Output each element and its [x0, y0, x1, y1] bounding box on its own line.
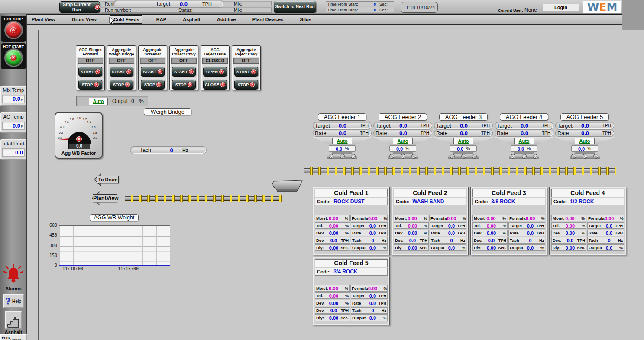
cold-feed-code-row: Code: WASH SAND	[394, 198, 466, 205]
gauge-label: Agg WB Factor	[55, 151, 102, 156]
equipment-stop-button[interactable]: STOP ✕	[141, 80, 165, 90]
tab[interactable]: Drum View	[69, 16, 100, 23]
tab[interactable]: Plant Devices	[249, 16, 287, 23]
to-drum-link[interactable]: To Drum	[94, 173, 118, 188]
hot-stop-pushbutton[interactable]: ✕	[6, 22, 22, 38]
asphalt-plant-button[interactable]	[5, 311, 22, 329]
denied-icon: ✕	[220, 82, 225, 87]
feeder-output-value: 0.0	[396, 146, 403, 151]
feeder-belt-rollers	[509, 154, 539, 159]
print-periodic-report-button[interactable]: Print Periodic Report	[0, 334, 27, 340]
denied-icon: ✕	[188, 82, 192, 87]
equipment-stop-button[interactable]: CLOSE ✕	[203, 80, 227, 90]
mix-temp-label: Mix Temp	[1, 87, 26, 93]
hot-start-button[interactable]: HOT START ✕	[1, 43, 26, 69]
equipment-start-button[interactable]: START ✕	[234, 67, 258, 77]
feeder-auto-button[interactable]: Auto	[393, 138, 413, 144]
moisture-field: Moist.0.00%	[315, 215, 350, 221]
feeder-auto-button[interactable]: Auto	[332, 138, 352, 144]
tab[interactable]: Asphalt	[180, 16, 203, 23]
denied-icon: ✕	[10, 27, 16, 33]
delay-field: Dly:0.00Sec.	[315, 314, 350, 321]
equipment-stop-button[interactable]: STOP ✕	[234, 80, 258, 90]
switch-to-next-run-button[interactable]: Switch to Next Run	[274, 1, 316, 13]
hot-start-pushbutton[interactable]: ✕	[6, 50, 22, 66]
feeder-output-value: 0.0	[578, 146, 585, 151]
hot-stop-button[interactable]: HOT STOP ✕	[1, 16, 26, 42]
gauge-value: 0.0	[68, 143, 90, 149]
tab[interactable]: Cold Feeds	[110, 15, 142, 24]
denied-icon: ✕	[94, 82, 99, 87]
feeder-target-row: Target 0.0 TPH	[373, 122, 432, 129]
code-value: ROCK DUST	[333, 199, 364, 205]
equipment-start-button[interactable]: START ✕	[78, 67, 102, 77]
rate-field: Rate0.0TPH	[351, 230, 388, 236]
help-label: Help	[12, 298, 22, 304]
time-row: Time From Start: 0 Sec:	[326, 1, 394, 6]
agg-feeder-panel: AGG Feeder 5 Target 0.0 TPH Rate 0.0 TPH…	[555, 113, 614, 162]
help-button[interactable]: ? Help	[3, 294, 24, 308]
total-prod-panel: Total Prod. 0.0	[0, 139, 26, 160]
time-value: 0	[363, 7, 376, 12]
tolerance-field: Tol.0.00%	[551, 222, 586, 229]
formula-field: Formula0.00%	[508, 215, 545, 221]
equipment-stop-button[interactable]: STOP ✕	[110, 80, 133, 90]
equipment-start-label: START	[174, 69, 188, 74]
wb-row-value: 0.0	[170, 1, 197, 7]
rate-field: Rate0.0TPH	[508, 230, 545, 236]
feeder-auto-button[interactable]: Auto	[514, 138, 534, 144]
equipment-stop-label: STOP	[113, 82, 124, 87]
feeder-rate-label: Rate	[556, 130, 576, 136]
equipment-stop-button[interactable]: STOP ✕	[78, 80, 102, 90]
feeder-title: AGG Feeder 1	[318, 113, 366, 121]
feeder-output-box: 0.0 %	[450, 145, 477, 152]
feeder-output-unit: %	[345, 146, 349, 151]
plant-view-label[interactable]: PlantView	[93, 194, 117, 202]
tab[interactable]: Plant View	[29, 16, 58, 23]
sidebar: HOT STOP ✕ HOT START ✕ Mix Temp 0.0F AC …	[0, 14, 27, 340]
deviation-tph-field: Dev.0.0TPH	[315, 237, 350, 244]
login-button[interactable]: Login	[543, 4, 579, 11]
equipment-title: Aggregate Screener	[139, 47, 166, 57]
mix-temp-value: 0.0	[13, 96, 20, 102]
equipment-start-button[interactable]: START ✕	[172, 67, 196, 77]
equipment-stop-button[interactable]: STOP ✕	[172, 80, 196, 90]
chart-title: AGG WB Weight	[90, 214, 139, 221]
equipment-stop-label: STOP	[144, 82, 155, 87]
denied-icon: ✕	[125, 82, 130, 87]
tab[interactable]: Additive	[214, 16, 239, 23]
output-field: Output0.0%	[351, 244, 388, 251]
equipment-title: Aggregate Weigh Bridge	[108, 47, 135, 57]
output-field: Output0.0%	[587, 244, 624, 251]
mix-label: Mix:	[234, 7, 271, 13]
feeder-rate-unit: TPH	[534, 131, 553, 135]
tab[interactable]: Silos	[297, 16, 314, 23]
equipment-start-button[interactable]: START ✕	[141, 67, 165, 77]
agg-feeder-panel: AGG Feeder 3 Target 0.0 TPH Rate 0.0 TPH…	[434, 113, 493, 162]
stop-current-run-button[interactable]: Stop Current Run ✕	[59, 1, 100, 13]
delay-field: Dly:0.00Sec.	[472, 244, 508, 251]
plant-view-link[interactable]: PlantView	[92, 190, 117, 208]
ac-temp-unit: F	[21, 125, 23, 128]
target-field: Target0.0TPH	[351, 222, 388, 229]
feeder-rate-label: Rate	[495, 130, 515, 136]
tab[interactable]: RAP	[153, 16, 169, 23]
feeder-auto-button[interactable]: Auto	[453, 138, 473, 144]
cold-feed-panels: Cold Feed 1 Code: ROCK DUST Moist.0.00% …	[313, 187, 629, 325]
alarms-button[interactable]: Alarms	[0, 264, 27, 291]
tab-strip: Plant View Drum View Cold Feeds RAP Asph…	[27, 15, 316, 24]
cold-feed-title: Cold Feed 5	[315, 259, 388, 267]
feeder-auto-button[interactable]: Auto	[575, 138, 595, 144]
equipment-start-label: START	[81, 69, 94, 74]
equipment-start-button[interactable]: OPEN ✕	[203, 67, 227, 77]
mix-label: Mix:	[234, 1, 271, 6]
cold-feed-title: Cold Feed 3	[472, 189, 545, 197]
equipment-start-label: START	[112, 69, 125, 74]
slinger-auto-button[interactable]: Auto	[89, 98, 108, 105]
feeder-output-unit: %	[527, 146, 531, 151]
equipment-start-button[interactable]: START ✕	[110, 67, 133, 77]
feeder-belt-rollers	[448, 154, 479, 159]
equipment-title-line1: Aggregate	[171, 48, 197, 52]
feeder-rate-row: Rate 0.0 TPH	[373, 129, 432, 137]
to-drum-label[interactable]: To Drum	[97, 176, 119, 183]
